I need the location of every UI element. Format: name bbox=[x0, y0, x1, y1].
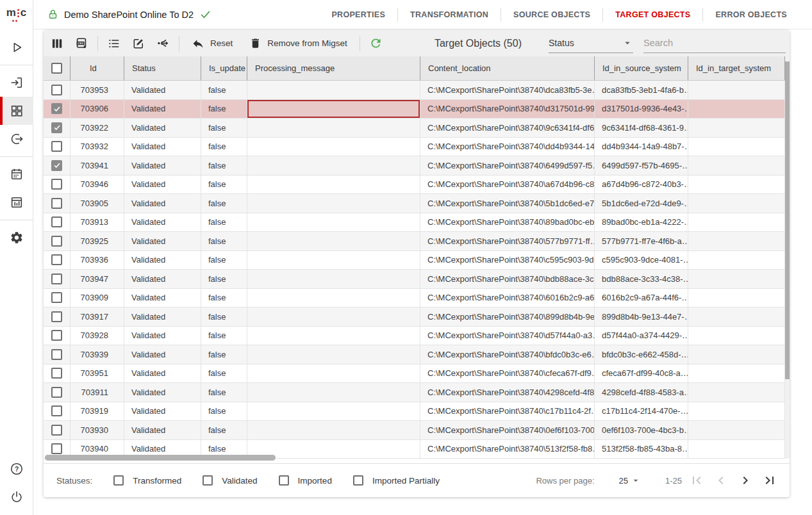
reset-icon bbox=[192, 37, 204, 50]
divider bbox=[97, 36, 98, 51]
cell-status: Validated bbox=[124, 176, 201, 194]
last-page-button[interactable] bbox=[760, 471, 779, 490]
tab-target-objects[interactable]: TARGET OBJECTS bbox=[603, 10, 702, 19]
table-row[interactable]: 703911 Validated false C:\MCexport\Share… bbox=[44, 383, 790, 402]
row-checkbox[interactable] bbox=[51, 274, 62, 284]
row-checkbox[interactable] bbox=[51, 122, 62, 133]
move-to-migset-button[interactable] bbox=[151, 31, 175, 56]
row-checkbox[interactable] bbox=[51, 198, 62, 209]
column-header-status[interactable]: Status bbox=[124, 56, 201, 80]
table-row[interactable]: 703913 Validated false C:\MCexport\Share… bbox=[44, 213, 790, 233]
cell-status: Validated bbox=[124, 402, 201, 421]
validated-checkbox[interactable] bbox=[203, 475, 213, 486]
status-filter-dropdown[interactable]: Status bbox=[549, 34, 633, 53]
row-checkbox[interactable] bbox=[51, 103, 62, 114]
row-checkbox[interactable] bbox=[51, 443, 62, 454]
sidebar-item-power[interactable] bbox=[0, 483, 33, 511]
table-row[interactable]: 703953 Validated false C:\MCexport\Share… bbox=[44, 81, 790, 100]
table-row[interactable]: 703928 Validated false C:\MCexport\Share… bbox=[44, 327, 790, 346]
cell-id-in-source-system: 5b1dc6ed-e72d-4de9-… bbox=[595, 194, 688, 213]
reset-button[interactable]: Reset bbox=[183, 31, 241, 56]
cell-content-location: C:\MCexport\SharePoint\38740\c17b11c4-2f… bbox=[420, 402, 595, 421]
table-row[interactable]: 703947 Validated false C:\MCexport\Share… bbox=[44, 270, 790, 289]
imported-partially-checkbox[interactable] bbox=[353, 475, 363, 486]
refresh-icon bbox=[369, 37, 383, 50]
refresh-button[interactable] bbox=[364, 31, 388, 56]
sidebar-item-settings[interactable] bbox=[0, 224, 33, 252]
row-checkbox[interactable] bbox=[51, 292, 62, 303]
horizontal-scrollbar[interactable] bbox=[45, 455, 276, 461]
previous-page-button[interactable] bbox=[711, 471, 731, 490]
row-checkbox[interactable] bbox=[51, 368, 62, 379]
transformed-label: Transformed bbox=[133, 476, 181, 486]
remove-from-migset-button[interactable]: Remove from Migset bbox=[241, 31, 356, 56]
table-row[interactable]: 703939 Validated false C:\MCexport\Share… bbox=[44, 345, 790, 364]
table-row[interactable]: 703909 Validated false C:\MCexport\Share… bbox=[44, 289, 790, 308]
tab-source-objects[interactable]: SOURCE OBJECTS bbox=[501, 10, 602, 19]
row-checkbox[interactable] bbox=[51, 160, 62, 171]
table-row[interactable]: 703922 Validated false C:\MCexport\Share… bbox=[44, 119, 790, 138]
sidebar-item-import[interactable] bbox=[0, 69, 33, 97]
export-csv-button[interactable]: CSV bbox=[69, 31, 94, 56]
tab-transformation[interactable]: TRANSFORMATION bbox=[398, 10, 501, 19]
list-view-button[interactable] bbox=[102, 31, 126, 56]
table-row[interactable]: 703919 Validated false C:\MCexport\Share… bbox=[44, 402, 790, 421]
column-header-id-in-target-system[interactable]: Id_in_target_system bbox=[688, 56, 785, 80]
sidebar-item-dashboard[interactable] bbox=[0, 97, 33, 125]
table-row[interactable]: 703925 Validated false C:\MCexport\Share… bbox=[44, 232, 790, 251]
column-header-content-location[interactable]: Content_location bbox=[420, 56, 595, 80]
status-filter-label: Status bbox=[549, 38, 622, 48]
sidebar-item-export[interactable] bbox=[0, 125, 33, 153]
calendar-icon bbox=[10, 167, 24, 181]
cell-id-in-target-system bbox=[688, 383, 785, 402]
column-header-id-in-source-system[interactable]: Id_in_source_system bbox=[595, 56, 688, 80]
table-row[interactable]: 703932 Validated false C:\MCexport\Share… bbox=[44, 138, 790, 157]
row-checkbox[interactable] bbox=[51, 387, 62, 398]
row-checkbox[interactable] bbox=[51, 330, 62, 341]
vertical-scrollbar[interactable] bbox=[785, 61, 790, 379]
rows-per-page-select[interactable]: 25 bbox=[619, 475, 641, 486]
column-header-processing-message[interactable]: Processing_message bbox=[247, 56, 420, 80]
sidebar-item-reports[interactable] bbox=[0, 188, 33, 217]
next-page-button[interactable] bbox=[736, 471, 755, 490]
column-header-is-update[interactable]: Is_update bbox=[201, 56, 247, 80]
first-page-button[interactable] bbox=[687, 471, 706, 490]
cell-id-in-target-system bbox=[688, 421, 785, 439]
tab-properties[interactable]: PROPERTIES bbox=[319, 10, 397, 19]
cell-id-in-source-system: bfdc0b3c-e662-458d-… bbox=[595, 345, 688, 364]
row-checkbox[interactable] bbox=[51, 85, 62, 95]
row-checkbox[interactable] bbox=[51, 141, 62, 152]
table-row[interactable]: 703905 Validated false C:\MCexport\Share… bbox=[44, 194, 790, 213]
table-row[interactable]: 703951 Validated false C:\MCexport\Share… bbox=[44, 364, 790, 384]
table-row[interactable]: 703930 Validated false C:\MCexport\Share… bbox=[44, 421, 790, 440]
table-row[interactable]: 703941 Validated false C:\MCexport\Share… bbox=[44, 156, 790, 176]
transformed-checkbox[interactable] bbox=[113, 475, 124, 486]
select-all-checkbox[interactable] bbox=[51, 63, 62, 74]
columns-button[interactable] bbox=[45, 31, 69, 56]
first-page-icon bbox=[689, 473, 704, 488]
row-checkbox[interactable] bbox=[51, 425, 62, 436]
table-row[interactable]: 703906 Validated false C:\MCexport\Share… bbox=[44, 100, 790, 119]
sidebar-item-run[interactable] bbox=[0, 33, 33, 61]
cell-status: Validated bbox=[124, 100, 201, 119]
table-row[interactable]: 703917 Validated false C:\MCexport\Share… bbox=[44, 307, 790, 327]
row-checkbox[interactable] bbox=[51, 236, 62, 247]
imported-checkbox[interactable] bbox=[279, 475, 289, 486]
row-checkbox[interactable] bbox=[51, 217, 62, 227]
row-checkbox[interactable] bbox=[51, 254, 62, 265]
row-checkbox[interactable] bbox=[51, 179, 62, 190]
tab-error-objects[interactable]: ERROR OBJECTS bbox=[703, 10, 799, 19]
table-row[interactable]: 703936 Validated false C:\MCexport\Share… bbox=[44, 251, 790, 270]
column-header-id[interactable]: Id bbox=[70, 56, 124, 80]
table-row[interactable]: 703946 Validated false C:\MCexport\Share… bbox=[44, 176, 790, 195]
row-checkbox[interactable] bbox=[51, 349, 62, 360]
edit-button[interactable] bbox=[126, 31, 151, 56]
status-filter-imported: Imported bbox=[279, 475, 332, 486]
row-checkbox[interactable] bbox=[51, 311, 62, 322]
status-filter-transformed: Transformed bbox=[113, 475, 181, 486]
divider bbox=[360, 36, 360, 51]
row-checkbox[interactable] bbox=[51, 405, 62, 416]
search-input[interactable] bbox=[643, 34, 786, 53]
sidebar-item-scheduler[interactable] bbox=[0, 160, 33, 188]
sidebar-item-help[interactable]: ? bbox=[0, 455, 33, 483]
